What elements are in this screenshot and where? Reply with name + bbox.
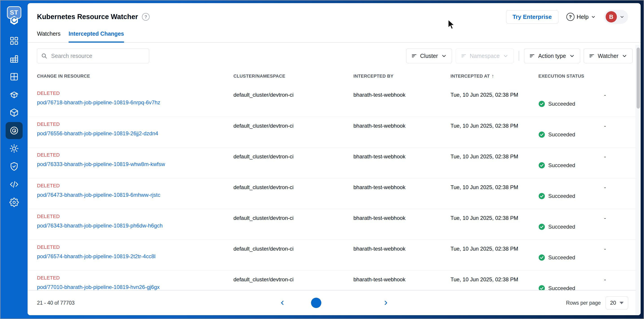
filter-action-type[interactable]: Action type — [524, 49, 580, 63]
resource-link[interactable]: pod/77010-bharath-job-pipeline-10819-hvn… — [37, 284, 234, 290]
status-label: Succeeded — [548, 131, 575, 138]
column-header-execution-status[interactable]: EXECUTION STATUS — [538, 74, 604, 79]
table-row: DELETED pod/76343-bharath-job-pipeline-1… — [28, 209, 641, 240]
rows-per-page: Rows per page 20 — [566, 296, 628, 309]
change-in-resource-cell: DELETED pod/76473-bharath-job-pipeline-1… — [37, 178, 234, 209]
previous-page-button[interactable] — [280, 300, 286, 306]
filter-divider — [519, 51, 519, 61]
chevron-left-icon — [280, 300, 286, 306]
execution-status-cell: Succeeded — [538, 86, 604, 117]
next-page-button[interactable] — [383, 300, 388, 306]
column-header-change-in-resource[interactable]: CHANGE IN RESOURCE — [37, 74, 234, 79]
title-help-icon[interactable]: ? — [142, 13, 150, 21]
resource-link[interactable]: pod/76333-bharath-job-pipeline-10819-whw… — [37, 161, 234, 167]
action-deleted-label: DELETED — [37, 152, 234, 158]
column-header-intercepted-at[interactable]: INTERCEPTED AT↑ — [450, 73, 538, 79]
cluster-namespace-cell: default_cluster/devtron-ci — [234, 178, 354, 209]
resource-link[interactable]: pod/76718-bharath-job-pipeline-10819-6nr… — [37, 99, 234, 106]
pagination-footer: 21 - 40 of 77703 Rows per page 20 — [28, 290, 641, 315]
intercepted-at-cell: Tue, 10 Jun 2025, 02:38 PM — [450, 178, 538, 209]
tab-watchers[interactable]: Watchers — [37, 31, 60, 43]
execution-detail-cell: - — [604, 240, 627, 270]
sidebar-item[interactable] — [6, 122, 23, 139]
devtron-logo-icon — [9, 16, 19, 25]
change-in-resource-cell: DELETED pod/76574-bharath-job-pipeline-1… — [37, 240, 234, 270]
sidebar-item[interactable] — [6, 104, 23, 121]
help-menu[interactable]: ? Help — [566, 13, 596, 21]
caret-down-icon — [620, 302, 624, 304]
scrollbar-thumb[interactable] — [636, 48, 640, 109]
filter-icon — [461, 53, 467, 59]
avatar: B — [606, 11, 617, 23]
column-header-intercepted-by[interactable]: INTERCEPTED BY — [354, 74, 450, 79]
sidebar: ST — [0, 1, 28, 318]
pager — [280, 298, 388, 308]
action-deleted-label: DELETED — [37, 121, 234, 127]
page-number-button[interactable] — [347, 298, 357, 308]
page-number-button[interactable] — [293, 298, 304, 308]
rows-per-page-select[interactable]: 20 — [606, 296, 628, 309]
page-number-button[interactable] — [365, 298, 375, 308]
chevron-right-icon — [383, 300, 388, 306]
app-window: { "header": { "title": "Kubernetes Resou… — [0, 0, 644, 319]
page-number-button[interactable] — [329, 298, 339, 308]
execution-detail-cell: - — [604, 270, 627, 293]
filter-cluster[interactable]: Cluster — [406, 49, 452, 63]
chevron-down-icon — [591, 14, 596, 19]
intercepted-at-cell: Tue, 10 Jun 2025, 02:38 PM — [450, 117, 538, 147]
sort-ascending-icon: ↑ — [492, 73, 494, 79]
resource-link[interactable]: pod/76473-bharath-job-pipeline-10819-6mh… — [37, 192, 234, 198]
success-check-icon — [538, 193, 545, 199]
sidebar-item[interactable] — [6, 140, 23, 157]
help-label: Help — [577, 14, 588, 21]
app-logo[interactable]: ST — [7, 6, 21, 25]
rows-per-page-label: Rows per page — [566, 300, 601, 306]
table-row: DELETED pod/76333-bharath-job-pipeline-1… — [28, 147, 641, 178]
search-box — [37, 49, 149, 63]
intercepted-by-cell: bharath-test-webhook — [354, 178, 450, 209]
cluster-namespace-cell: default_cluster/devtron-ci — [234, 270, 354, 293]
action-deleted-label: DELETED — [37, 90, 234, 96]
filter-label: Cluster — [420, 53, 438, 59]
tab-intercepted-changes[interactable]: Intercepted Changes — [68, 31, 124, 43]
sidebar-item[interactable] — [6, 68, 23, 85]
sidebar-item[interactable] — [6, 194, 23, 211]
filter-icon — [589, 53, 595, 59]
sidebar-item[interactable] — [6, 50, 23, 67]
resource-link[interactable]: pod/76556-bharath-job-pipeline-10819-26j… — [37, 130, 234, 137]
intercepted-at-cell: Tue, 10 Jun 2025, 02:38 PM — [450, 148, 538, 178]
column-label: INTERCEPTED AT — [450, 74, 490, 79]
try-enterprise-button[interactable]: Try Enterprise — [506, 10, 558, 24]
column-header-cluster-namespace[interactable]: CLUSTER/NAMESPACE — [234, 74, 354, 79]
resource-link[interactable]: pod/76343-bharath-job-pipeline-10819-ph6… — [37, 222, 234, 229]
page-number-button[interactable] — [311, 298, 321, 308]
action-deleted-label: DELETED — [37, 183, 234, 189]
sidebar-icon — [10, 108, 19, 117]
change-in-resource-cell: DELETED pod/77010-bharath-job-pipeline-1… — [37, 270, 234, 293]
sidebar-item[interactable] — [6, 176, 23, 193]
sidebar-item[interactable] — [6, 32, 23, 49]
intercepted-by-cell: bharath-test-webhook — [354, 270, 450, 293]
search-input[interactable] — [37, 49, 149, 63]
table-row: DELETED pod/77010-bharath-job-pipeline-1… — [28, 270, 641, 293]
page-title: Kubernetes Resource Watcher — [37, 13, 138, 21]
intercepted-by-cell: bharath-test-webhook — [354, 209, 450, 240]
filter-watcher[interactable]: Watcher — [584, 49, 632, 63]
execution-detail-cell: - — [604, 86, 627, 117]
execution-detail-cell: - — [604, 209, 627, 240]
sidebar-item[interactable] — [6, 158, 23, 175]
user-menu[interactable]: B — [604, 10, 628, 24]
filter-label: Action type — [538, 53, 566, 59]
intercepted-at-cell: Tue, 10 Jun 2025, 02:38 PM — [450, 270, 538, 293]
resource-link[interactable]: pod/76574-bharath-job-pipeline-10819-2t2… — [37, 253, 234, 259]
scrollbar-track[interactable] — [636, 45, 641, 315]
status-label: Succeeded — [548, 162, 575, 168]
table-row: DELETED pod/76473-bharath-job-pipeline-1… — [28, 178, 641, 209]
chevron-down-icon — [622, 53, 628, 59]
sidebar-icon — [10, 162, 19, 171]
cluster-namespace-cell: default_cluster/devtron-ci — [234, 86, 354, 117]
sidebar-item[interactable] — [6, 86, 23, 103]
success-check-icon — [538, 101, 545, 107]
action-deleted-label: DELETED — [37, 244, 234, 250]
page-range-summary: 21 - 40 of 77703 — [37, 300, 75, 306]
